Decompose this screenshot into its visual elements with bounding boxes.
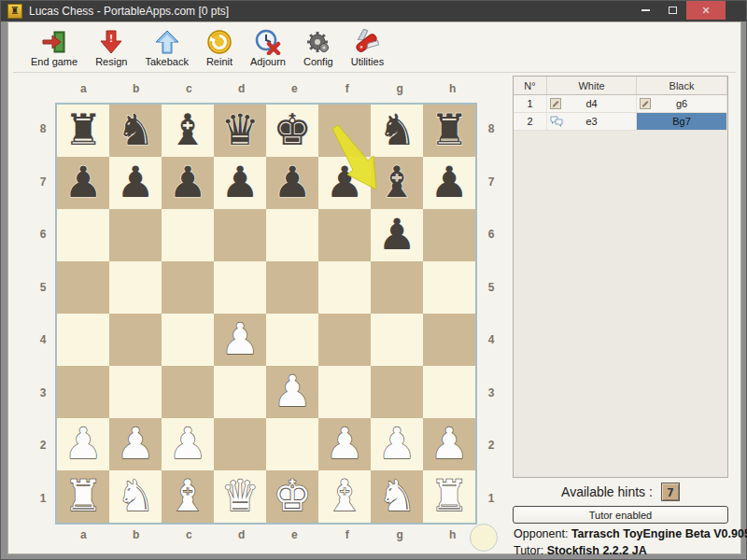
adjourn-button[interactable]: Adjourn bbox=[244, 27, 292, 69]
square-e1[interactable]: ♚ bbox=[266, 470, 318, 523]
square-f5[interactable] bbox=[318, 261, 371, 314]
square-a3[interactable] bbox=[57, 366, 109, 418]
square-h8[interactable]: ♜ bbox=[423, 105, 475, 157]
black-pawn[interactable]: ♟ bbox=[109, 157, 162, 209]
square-c5[interactable] bbox=[162, 261, 214, 314]
black-pawn[interactable]: ♟ bbox=[214, 157, 266, 209]
square-e6[interactable] bbox=[266, 209, 318, 261]
move-1-black[interactable]: g6 bbox=[637, 95, 727, 112]
square-g8[interactable]: ♞ bbox=[371, 105, 423, 157]
square-g5[interactable] bbox=[371, 261, 423, 314]
square-a8[interactable]: ♜ bbox=[57, 105, 109, 157]
square-d2[interactable] bbox=[214, 418, 266, 470]
square-c3[interactable] bbox=[162, 366, 214, 418]
square-d3[interactable] bbox=[214, 366, 266, 418]
white-pawn[interactable]: ♟ bbox=[266, 366, 318, 418]
square-b8[interactable]: ♞ bbox=[109, 105, 162, 157]
white-pawn[interactable]: ♟ bbox=[423, 418, 475, 470]
square-d1[interactable]: ♛ bbox=[214, 470, 266, 523]
square-g7[interactable]: ♝ bbox=[371, 157, 423, 209]
takeback-button[interactable]: Takeback bbox=[138, 27, 194, 69]
white-pawn[interactable]: ♟ bbox=[57, 418, 109, 470]
square-a6[interactable] bbox=[57, 209, 109, 261]
resign-button[interactable]: ! Resign bbox=[89, 27, 134, 69]
square-f6[interactable] bbox=[318, 209, 371, 261]
square-b1[interactable]: ♞ bbox=[109, 470, 162, 523]
square-b6[interactable] bbox=[109, 209, 162, 261]
square-b5[interactable] bbox=[109, 261, 162, 314]
square-h4[interactable] bbox=[423, 314, 475, 366]
square-f2[interactable]: ♟ bbox=[318, 418, 371, 470]
square-c1[interactable]: ♝ bbox=[162, 470, 214, 523]
move-1-white[interactable]: d4 bbox=[547, 95, 637, 112]
square-c4[interactable] bbox=[162, 314, 214, 366]
black-pawn[interactable]: ♟ bbox=[423, 157, 475, 209]
move-2-black-selected[interactable]: Bg7 bbox=[637, 113, 727, 130]
square-a1[interactable]: ♜ bbox=[57, 470, 109, 523]
square-d4[interactable]: ♟ bbox=[214, 314, 266, 366]
square-b4[interactable] bbox=[109, 314, 162, 366]
white-bishop[interactable]: ♝ bbox=[162, 470, 214, 523]
black-knight[interactable]: ♞ bbox=[371, 105, 423, 157]
square-d6[interactable] bbox=[214, 209, 266, 261]
square-h2[interactable]: ♟ bbox=[423, 418, 475, 470]
square-d5[interactable] bbox=[214, 261, 266, 314]
square-f3[interactable] bbox=[318, 366, 371, 418]
reinit-button[interactable]: Reinit bbox=[200, 27, 239, 69]
square-f1[interactable]: ♝ bbox=[318, 470, 371, 523]
square-a4[interactable] bbox=[57, 314, 109, 366]
square-c2[interactable]: ♟ bbox=[162, 418, 214, 470]
square-c8[interactable]: ♝ bbox=[162, 105, 214, 157]
square-c6[interactable] bbox=[162, 209, 214, 261]
square-b3[interactable] bbox=[109, 366, 162, 418]
square-b7[interactable]: ♟ bbox=[109, 157, 162, 209]
black-bishop[interactable]: ♝ bbox=[371, 157, 423, 209]
square-e3[interactable]: ♟ bbox=[266, 366, 318, 418]
square-e2[interactable] bbox=[266, 418, 318, 470]
square-g2[interactable]: ♟ bbox=[371, 418, 423, 470]
black-king[interactable]: ♚ bbox=[266, 105, 318, 157]
square-h6[interactable] bbox=[423, 209, 475, 261]
square-g1[interactable]: ♞ bbox=[371, 470, 423, 523]
white-king[interactable]: ♚ bbox=[266, 470, 318, 523]
black-rook[interactable]: ♜ bbox=[57, 105, 109, 157]
square-h1[interactable]: ♜ bbox=[423, 470, 475, 523]
black-knight[interactable]: ♞ bbox=[109, 105, 162, 157]
square-b2[interactable]: ♟ bbox=[109, 418, 162, 470]
square-h5[interactable] bbox=[423, 261, 475, 314]
maximize-button[interactable] bbox=[659, 1, 686, 20]
square-g3[interactable] bbox=[371, 366, 423, 418]
white-knight[interactable]: ♞ bbox=[371, 470, 423, 523]
close-button[interactable]: ✕ bbox=[686, 1, 726, 20]
square-g4[interactable] bbox=[371, 314, 423, 366]
config-button[interactable]: Config bbox=[297, 27, 340, 69]
end-game-button[interactable]: End game bbox=[24, 27, 84, 69]
white-queen[interactable]: ♛ bbox=[214, 470, 266, 523]
black-queen[interactable]: ♛ bbox=[214, 105, 266, 157]
white-pawn[interactable]: ♟ bbox=[109, 418, 162, 470]
white-pawn[interactable]: ♟ bbox=[214, 314, 266, 366]
black-pawn[interactable]: ♟ bbox=[318, 157, 371, 209]
square-f8[interactable] bbox=[318, 105, 371, 157]
white-pawn[interactable]: ♟ bbox=[162, 418, 214, 470]
white-knight[interactable]: ♞ bbox=[109, 470, 162, 523]
black-pawn[interactable]: ♟ bbox=[266, 157, 318, 209]
square-g6[interactable]: ♟ bbox=[371, 209, 423, 261]
square-h3[interactable] bbox=[423, 366, 475, 418]
black-pawn[interactable]: ♟ bbox=[57, 157, 109, 209]
square-e7[interactable]: ♟ bbox=[266, 157, 318, 209]
square-a5[interactable] bbox=[57, 261, 109, 314]
white-rook[interactable]: ♜ bbox=[423, 470, 475, 523]
square-f4[interactable] bbox=[318, 314, 371, 366]
square-c7[interactable]: ♟ bbox=[162, 157, 214, 209]
white-pawn[interactable]: ♟ bbox=[318, 418, 371, 470]
square-h7[interactable]: ♟ bbox=[423, 157, 475, 209]
white-pawn[interactable]: ♟ bbox=[371, 418, 423, 470]
black-rook[interactable]: ♜ bbox=[423, 105, 475, 157]
square-e5[interactable] bbox=[266, 261, 318, 314]
black-pawn[interactable]: ♟ bbox=[162, 157, 214, 209]
square-e4[interactable] bbox=[266, 314, 318, 366]
square-d7[interactable]: ♟ bbox=[214, 157, 266, 209]
tutor-enabled-button[interactable]: Tutor enabled bbox=[513, 506, 728, 524]
white-rook[interactable]: ♜ bbox=[57, 470, 109, 523]
